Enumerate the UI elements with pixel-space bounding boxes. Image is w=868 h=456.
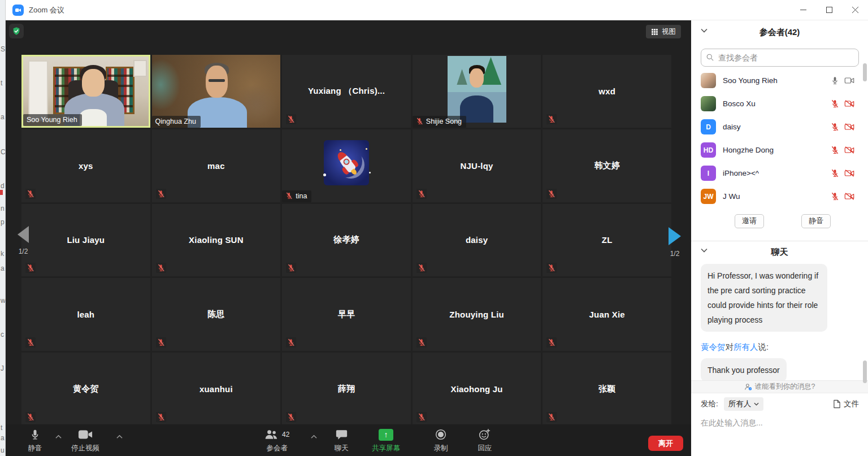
video-tile[interactable]: daisy bbox=[413, 204, 541, 277]
search-participants-input[interactable] bbox=[701, 49, 859, 67]
reactions-button[interactable]: 回应 bbox=[472, 428, 497, 453]
video-tile[interactable]: 韩文婷 bbox=[542, 129, 671, 202]
participants-scrollbar-thumb[interactable] bbox=[863, 63, 867, 81]
participants-options-chevron[interactable] bbox=[311, 431, 317, 441]
camera-on-icon bbox=[844, 76, 854, 85]
video-tile[interactable]: Juan Xie bbox=[542, 278, 671, 351]
file-button[interactable]: 文件 bbox=[833, 399, 859, 409]
video-tile[interactable]: 张颖 bbox=[542, 353, 671, 425]
tile-muted-indicator bbox=[156, 189, 166, 199]
security-shield-icon[interactable] bbox=[9, 24, 24, 38]
participant-name: Bosco Xu bbox=[723, 99, 756, 108]
video-tile[interactable]: Shijie Song bbox=[413, 55, 541, 128]
participant-row[interactable]: JWJ Wu bbox=[691, 185, 868, 208]
participant-row[interactable]: Bosco Xu bbox=[691, 92, 868, 115]
leave-button[interactable]: 离开 bbox=[648, 436, 683, 451]
video-tile[interactable]: xys bbox=[21, 129, 150, 202]
participant-row[interactable]: IiPhone><^ bbox=[691, 162, 868, 185]
side-panel: 参会者(42) Soo Young RiehBosco XuDdaisyHDHo… bbox=[691, 20, 868, 456]
avatar: HD bbox=[701, 142, 716, 158]
video-tile[interactable]: Qinghua Zhu bbox=[152, 55, 281, 128]
maximize-button[interactable] bbox=[816, 0, 842, 20]
chevron-down-icon bbox=[754, 402, 759, 406]
view-button[interactable]: 视图 bbox=[646, 25, 681, 38]
video-tile[interactable]: mac bbox=[152, 129, 281, 202]
next-page-button[interactable]: 1/2 bbox=[665, 227, 684, 258]
video-tile[interactable]: Yuxiang （Chris)... bbox=[282, 55, 411, 128]
chat-recipient-name[interactable]: 所有人 bbox=[734, 342, 758, 351]
mute-all-button[interactable]: 静音 bbox=[801, 214, 831, 228]
chat-sender-name[interactable]: 黄令贺 bbox=[701, 342, 726, 351]
close-button[interactable] bbox=[842, 0, 868, 20]
tile-name-label: 黄令贺 bbox=[21, 353, 150, 425]
video-tile[interactable]: 黄令贺 bbox=[21, 353, 150, 425]
share-screen-button[interactable]: ↑ 共享屏幕 bbox=[372, 428, 400, 453]
tile-muted-indicator bbox=[156, 337, 166, 348]
participants-icon bbox=[264, 429, 278, 440]
mic-off-icon bbox=[831, 123, 839, 131]
mic-off-icon bbox=[831, 169, 839, 177]
video-tile[interactable]: Soo Young Rieh bbox=[21, 55, 150, 128]
video-tile[interactable]: tina bbox=[282, 129, 411, 202]
chat-scrollbar-thumb[interactable] bbox=[863, 361, 867, 383]
privacy-notice[interactable]: 谁能看到你的消息? bbox=[691, 380, 868, 393]
tile-muted-indicator bbox=[286, 337, 296, 348]
video-tile[interactable]: Liu Jiayu bbox=[21, 204, 150, 277]
video-tile[interactable]: leah bbox=[21, 278, 150, 351]
participant-row[interactable]: HDHongzhe Dong bbox=[691, 138, 868, 162]
video-tile[interactable]: 陈思 bbox=[152, 278, 281, 351]
send-to-dropdown[interactable]: 所有人 bbox=[724, 397, 764, 411]
video-tile[interactable]: Zhouying Liu bbox=[413, 278, 541, 351]
participant-list: Soo Young RiehBosco XuDdaisyHDHongzhe Do… bbox=[691, 69, 868, 209]
collapse-chat-chevron-icon[interactable] bbox=[701, 248, 708, 253]
video-tile[interactable]: 薛翔 bbox=[282, 353, 411, 425]
mic-off-icon bbox=[418, 413, 426, 421]
background-text-fragment: p bbox=[1, 218, 5, 226]
tile-muted-indicator bbox=[25, 412, 36, 422]
video-tile[interactable]: NJU-lqy bbox=[413, 129, 541, 202]
share-screen-label: 共享屏幕 bbox=[372, 444, 400, 453]
mute-button[interactable]: 静音 bbox=[23, 428, 47, 453]
video-tile[interactable]: 早早 bbox=[282, 278, 411, 351]
participants-button[interactable]: 42 参会者 bbox=[264, 428, 289, 453]
record-button[interactable]: 录制 bbox=[428, 428, 453, 453]
invite-button[interactable]: 邀请 bbox=[735, 214, 764, 228]
search-icon bbox=[706, 53, 714, 62]
video-options-chevron[interactable] bbox=[116, 431, 123, 441]
tile-muted-indicator bbox=[25, 263, 36, 273]
chat-message-input[interactable] bbox=[701, 416, 853, 429]
mute-options-chevron[interactable] bbox=[55, 431, 62, 441]
tile-name-label: Zhouying Liu bbox=[413, 278, 541, 351]
background-window-artifact bbox=[0, 190, 3, 195]
participant-status-icons bbox=[831, 169, 854, 177]
window-title: Zoom 会议 bbox=[29, 5, 64, 15]
video-tile[interactable]: Xiaoling SUN bbox=[152, 204, 281, 277]
tile-name-label: 韩文婷 bbox=[542, 129, 671, 202]
chat-message-list[interactable]: Hi Professor, I was wondering if the pre… bbox=[691, 263, 868, 380]
profile-photo bbox=[448, 56, 506, 123]
title-bar[interactable]: Zoom 会议 bbox=[6, 0, 868, 20]
participant-row[interactable]: Soo Young Rieh bbox=[691, 69, 868, 92]
camera-off-icon bbox=[844, 192, 854, 201]
background-text-fragment: u bbox=[1, 446, 5, 454]
participant-name: iPhone><^ bbox=[723, 169, 759, 177]
avatar bbox=[701, 73, 716, 88]
camera-off-icon bbox=[844, 99, 854, 108]
participant-name: Hongzhe Dong bbox=[723, 146, 774, 154]
minimize-button[interactable] bbox=[790, 0, 816, 20]
chat-button[interactable]: 聊天 bbox=[329, 428, 354, 453]
video-tile[interactable]: Xiaohong Ju bbox=[413, 353, 541, 425]
chat-message-bubble: Thank you professor bbox=[701, 358, 787, 380]
participant-row[interactable]: Ddaisy bbox=[691, 115, 868, 138]
participants-label: 参会者 bbox=[266, 444, 288, 453]
mic-off-icon bbox=[418, 338, 426, 346]
video-tile[interactable]: wxd bbox=[542, 55, 671, 128]
video-tile[interactable]: xuanhui bbox=[152, 353, 281, 425]
stop-video-button[interactable]: 停止视频 bbox=[71, 428, 99, 453]
video-tile[interactable]: 徐孝婷 bbox=[282, 204, 411, 277]
video-tile[interactable]: ZL bbox=[542, 204, 671, 277]
background-text-fragment: S bbox=[1, 45, 5, 53]
previous-page-button[interactable]: 1/2 bbox=[14, 226, 33, 255]
collapse-participants-chevron-icon[interactable] bbox=[701, 28, 708, 33]
tile-name-label: tina bbox=[282, 190, 311, 202]
